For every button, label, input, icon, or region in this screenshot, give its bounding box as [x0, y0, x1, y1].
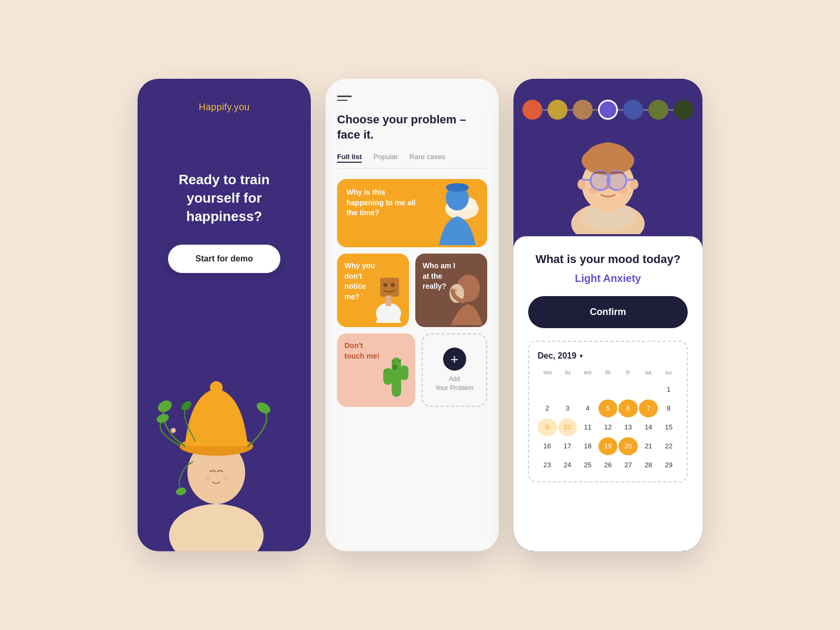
problem-card-1[interactable]: Why is this happening to me all the time… — [337, 179, 487, 247]
svg-point-38 — [393, 366, 395, 368]
app-logo: Happify.you — [198, 102, 249, 113]
svg-point-49 — [607, 171, 626, 190]
dot-yellow — [548, 100, 568, 120]
cal-cell-7[interactable]: 7 — [639, 400, 658, 417]
svg-rect-24 — [386, 296, 391, 306]
calendar: Dec, 2019 ▾ mo tu we th fr sa su — [528, 341, 688, 482]
day-th: th — [598, 368, 618, 376]
tabs-row: Full list Popular Rare cases — [337, 153, 487, 169]
cal-cell[interactable]: 4 — [578, 400, 597, 417]
dot-green — [648, 100, 668, 120]
screen3-white-section: What is your mood today? Light Anxiety C… — [513, 236, 702, 551]
mood-question: What is your mood today? — [536, 252, 680, 267]
cal-cell[interactable]: 3 — [558, 400, 578, 417]
cal-cell[interactable]: 15 — [659, 418, 678, 436]
cal-cell[interactable]: 17 — [558, 437, 578, 455]
hamburger-line-1 — [337, 96, 352, 97]
problem-card-4[interactable]: Don't touch me! — [337, 333, 415, 407]
svg-rect-20 — [380, 278, 399, 297]
screen-1: Happify.you Ready to train yourself for … — [138, 79, 311, 551]
svg-point-8 — [180, 400, 193, 413]
svg-point-39 — [395, 366, 397, 368]
tab-popular[interactable]: Popular — [373, 153, 398, 163]
svg-point-6 — [156, 398, 174, 414]
cal-cell[interactable]: 16 — [538, 437, 557, 455]
problem-card-3[interactable]: Who am I at the really? — [415, 254, 487, 327]
screen3-top — [513, 79, 702, 236]
cal-cell[interactable]: 14 — [639, 418, 658, 436]
logo-main: Happify — [198, 102, 231, 112]
cal-cell[interactable]: 27 — [618, 456, 638, 474]
dot-purple — [598, 100, 618, 120]
svg-point-45 — [630, 179, 638, 190]
cal-cell[interactable]: 2 — [538, 400, 557, 417]
dot-tan — [573, 100, 593, 120]
cal-cell[interactable]: 23 — [538, 456, 557, 474]
mood-label: Light Anxiety — [575, 272, 641, 285]
day-su: su — [658, 368, 678, 376]
cal-cell-10[interactable]: 10 — [558, 418, 578, 436]
confirm-button[interactable]: Confirm — [528, 296, 688, 328]
problem-card-2[interactable]: Why you don't notice me? — [337, 254, 409, 327]
cal-cell[interactable]: 21 — [639, 437, 658, 455]
cal-cell[interactable]: 26 — [598, 456, 618, 474]
svg-rect-36 — [401, 369, 408, 373]
svg-point-54 — [617, 187, 628, 194]
card1-text: Why is this happening to me all the time… — [346, 187, 423, 218]
cards-row-2: Don't touch me! — [337, 333, 487, 407]
svg-rect-19 — [453, 184, 462, 188]
cal-cell-6[interactable]: 6 — [618, 400, 638, 417]
cal-cell-19[interactable]: 19 — [598, 437, 618, 455]
cal-cell-20[interactable]: 20 — [618, 437, 638, 455]
card3-text: Who am I at the really? — [423, 261, 456, 292]
dot-connector-2 — [568, 109, 573, 111]
day-mo: mo — [538, 368, 558, 376]
cal-cell[interactable]: 18 — [578, 437, 597, 455]
svg-point-0 — [169, 504, 264, 551]
svg-point-7 — [155, 412, 170, 424]
svg-rect-28 — [392, 358, 401, 397]
svg-point-11 — [255, 400, 272, 416]
card4-text: Don't touch me! — [344, 341, 381, 361]
cal-cell[interactable]: 8 — [659, 400, 678, 417]
hamburger-menu[interactable] — [337, 96, 352, 101]
cal-cell-5[interactable]: 5 — [598, 400, 618, 417]
cards-row-1: Why you don't notice me? — [337, 254, 487, 327]
day-fr: fr — [618, 368, 638, 376]
logo-sub: .you — [231, 102, 249, 112]
svg-point-2 — [205, 476, 210, 480]
dot-blue — [623, 100, 643, 120]
cal-cell[interactable]: 28 — [639, 456, 658, 474]
cal-cell-9[interactable]: 9 — [538, 418, 557, 436]
cal-cell[interactable]: 29 — [659, 456, 678, 474]
day-sa: sa — [638, 368, 658, 376]
cal-cell[interactable]: 24 — [558, 456, 578, 474]
calendar-arrow[interactable]: ▾ — [580, 352, 583, 360]
svg-point-5 — [210, 381, 223, 394]
dot-connector-4 — [618, 109, 623, 111]
cal-cell[interactable]: 1 — [659, 381, 678, 398]
cal-cell[interactable]: 22 — [659, 437, 678, 455]
svg-point-44 — [578, 179, 586, 190]
mood-dots-row — [513, 100, 702, 120]
calendar-month: Dec, 2019 — [538, 351, 576, 361]
svg-point-3 — [223, 476, 228, 480]
add-problem-card[interactable]: + AddYour Problem — [422, 333, 487, 407]
calendar-header: Dec, 2019 ▾ — [538, 351, 678, 361]
hat-person-illustration — [138, 326, 311, 551]
add-problem-label: AddYour Problem — [435, 375, 473, 393]
add-circle-icon: + — [443, 348, 466, 371]
cal-cell[interactable]: 11 — [578, 418, 597, 436]
start-demo-button[interactable]: Start for demo — [168, 245, 280, 273]
cal-cell[interactable]: 12 — [598, 418, 618, 436]
svg-line-51 — [582, 180, 591, 180]
cal-cell[interactable]: 25 — [578, 456, 597, 474]
tab-full-list[interactable]: Full list — [337, 153, 362, 163]
cal-cell[interactable]: 13 — [618, 418, 638, 436]
card2-text: Why you don't notice me? — [344, 261, 377, 302]
hero-title: Ready to train yourself for happiness? — [138, 171, 311, 226]
tab-rare-cases[interactable]: Rare cases — [410, 153, 445, 163]
dot-connector-1 — [542, 109, 548, 111]
day-we: we — [578, 368, 598, 376]
dot-connector-3 — [593, 109, 598, 111]
